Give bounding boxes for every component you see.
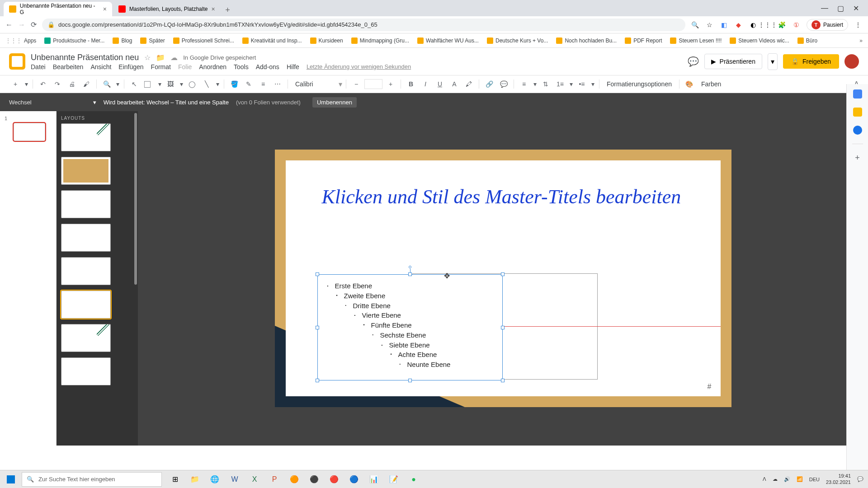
layout-thumbnail[interactable]	[61, 257, 111, 285]
start-button[interactable]	[0, 470, 22, 488]
page-number-placeholder[interactable]: #	[708, 383, 712, 391]
layout-thumbnail[interactable]	[61, 190, 111, 218]
colors-button[interactable]: Farben	[698, 80, 725, 88]
new-slide-button[interactable]: +	[9, 78, 22, 90]
master-title-placeholder[interactable]: Klicken und Stil des Master-Titels bearb…	[322, 186, 684, 209]
resize-handle[interactable]	[316, 272, 319, 276]
layout-thumbnail[interactable]	[61, 123, 111, 151]
edge-icon[interactable]: 🔵	[344, 471, 363, 488]
bookmark[interactable]: PDF Report	[625, 38, 662, 44]
back-icon[interactable]: ←	[5, 21, 13, 29]
theme-dropdown-icon[interactable]: ▾	[93, 99, 96, 106]
font-size-decrease[interactable]: −	[350, 78, 363, 90]
format-options[interactable]: Formatierungsoptionen	[603, 80, 675, 88]
menu-insert[interactable]: Einfügen	[118, 63, 143, 70]
redo-icon[interactable]: ↷	[51, 78, 64, 90]
bulleted-list-icon[interactable]: •≡	[576, 78, 588, 90]
bookmark[interactable]: Produktsuche - Mer...	[44, 38, 104, 44]
italic-icon[interactable]: I	[419, 78, 432, 90]
star-icon[interactable]: ☆	[144, 53, 151, 62]
resize-handle[interactable]	[408, 272, 412, 276]
menu-arrange[interactable]: Anordnen	[199, 63, 226, 70]
bookmark[interactable]: Noch hochladen Bu...	[556, 38, 617, 44]
close-window-icon[interactable]: ✕	[853, 4, 859, 13]
explorer-icon[interactable]: 📁	[185, 471, 204, 488]
new-slide-dropdown[interactable]: ▾	[24, 78, 29, 90]
notepad-icon[interactable]: 📝	[384, 471, 403, 488]
word-icon[interactable]: W	[225, 471, 244, 488]
zoom-icon[interactable]: 🔍	[691, 20, 700, 29]
profile-paused[interactable]: T Pausiert	[807, 19, 848, 31]
slide-thumbnail[interactable]	[14, 123, 45, 141]
slides-logo-icon[interactable]	[9, 53, 25, 70]
numbered-list-icon[interactable]: 1≡	[554, 78, 566, 90]
border-weight-icon[interactable]: ≡	[257, 78, 269, 90]
move-icon[interactable]: 📁	[156, 53, 165, 62]
comments-icon[interactable]: 💬	[688, 56, 699, 67]
apps-icon[interactable]: ⋮⋮⋮	[763, 20, 772, 29]
bookmark[interactable]: Kreativität und Insp...	[242, 38, 302, 44]
print-icon[interactable]: 🖨	[66, 78, 78, 90]
fill-color-icon[interactable]: 🪣	[228, 78, 241, 90]
tasks-icon[interactable]	[853, 126, 862, 135]
bookmark-apps[interactable]: ⋮⋮⋮Apps	[5, 38, 36, 44]
theme-name[interactable]: Wechsel	[9, 99, 32, 106]
onedrive-icon[interactable]: ☁	[773, 476, 778, 482]
app-icon[interactable]: 🟠	[285, 471, 304, 488]
rotate-handle[interactable]	[409, 266, 411, 268]
browser-tab[interactable]: Masterfolien, Layouts, Platzhalte ×	[113, 2, 221, 16]
language-indicator[interactable]: DEU	[809, 477, 820, 482]
bookmark[interactable]: Professionell Schrei...	[173, 38, 234, 44]
reload-icon[interactable]: ⟳	[31, 20, 37, 29]
menu-format[interactable]: Format	[151, 63, 171, 70]
close-tab-icon[interactable]: ×	[211, 5, 215, 13]
last-edit[interactable]: Letzte Änderung vor wenigen Sekunden	[307, 63, 411, 70]
star-icon[interactable]: ☆	[705, 20, 714, 29]
canvas[interactable]: Klicken und Stil des Master-Titels bearb…	[138, 111, 868, 446]
bookmark[interactable]: Deutsche Kurs + Vo...	[487, 38, 548, 44]
align-icon[interactable]: ≡	[518, 78, 530, 90]
resize-handle[interactable]	[316, 379, 319, 382]
share-button[interactable]: 🔒 Freigeben	[783, 54, 839, 69]
layout-thumbnail[interactable]	[61, 324, 111, 352]
calendar-icon[interactable]	[853, 89, 862, 99]
body-placeholder-selected[interactable]: Erste Ebene Zweite Ebene Dritte Ebene Vi…	[317, 274, 503, 380]
powerpoint-icon[interactable]: P	[265, 471, 284, 488]
bold-icon[interactable]: B	[405, 78, 417, 90]
layout-thumbnail[interactable]	[61, 357, 111, 385]
menu-edit[interactable]: Bearbeiten	[53, 63, 84, 70]
menu-tools[interactable]: Tools	[234, 63, 249, 70]
chrome-icon[interactable]: 🔴	[325, 471, 344, 488]
rename-button[interactable]: Umbenennen	[312, 97, 357, 108]
notifications-icon[interactable]: 💬	[857, 476, 863, 482]
zoom-dropdown[interactable]: ▾	[115, 78, 120, 90]
volume-icon[interactable]: 🔊	[784, 476, 790, 482]
bookmarks-overflow-icon[interactable]: »	[859, 38, 863, 44]
bookmark[interactable]: Blog	[113, 38, 132, 44]
extension-icon[interactable]: ◐	[749, 20, 758, 29]
present-button[interactable]: ▶ Präsentieren	[704, 54, 762, 69]
bookmark[interactable]: Mindmapping (Gru...	[351, 38, 409, 44]
minimize-icon[interactable]: —	[821, 4, 828, 13]
layout-thumbnail[interactable]	[61, 157, 111, 185]
line-tool-icon[interactable]: ╲	[200, 78, 213, 90]
layout-thumbnail-selected[interactable]	[61, 291, 111, 319]
bookmark[interactable]: Büro	[797, 38, 817, 44]
resize-handle[interactable]	[501, 326, 505, 329]
bookmark[interactable]: Später	[140, 38, 165, 44]
menu-help[interactable]: Hilfe	[287, 63, 299, 70]
menu-slide[interactable]: Folie	[178, 63, 192, 70]
extension-icon[interactable]: ◆	[734, 20, 743, 29]
scrollbar[interactable]	[134, 113, 137, 285]
doc-title[interactable]: Unbenannte Präsentation neu	[31, 53, 139, 62]
tray-expand-icon[interactable]: ᐱ	[763, 476, 766, 482]
wifi-icon[interactable]: 📶	[797, 476, 803, 482]
text-color-icon[interactable]: A	[448, 78, 461, 90]
highlight-icon[interactable]: 🖍	[462, 78, 475, 90]
textbox-tool-icon[interactable]: ⃞	[142, 78, 155, 90]
border-dash-icon[interactable]: ⋯	[271, 78, 284, 90]
border-color-icon[interactable]: ✎	[242, 78, 255, 90]
excel-icon[interactable]: X	[245, 471, 264, 488]
underline-icon[interactable]: U	[434, 78, 446, 90]
extensions-icon[interactable]: 🧩	[778, 20, 787, 29]
